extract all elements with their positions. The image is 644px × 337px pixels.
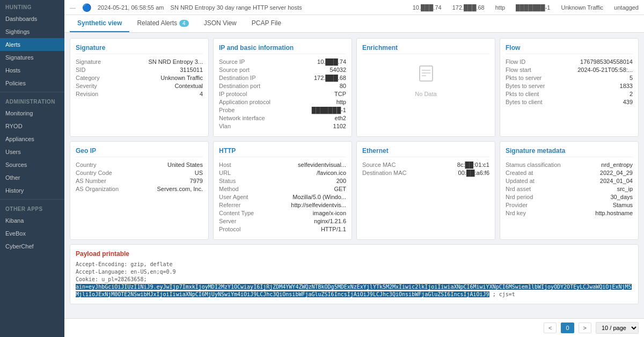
tab-synthetic-label: Synthetic view xyxy=(77,19,122,27)
sidebar-item-policies[interactable]: Policies xyxy=(0,77,64,90)
sidebar-item-appliances[interactable]: Appliances xyxy=(0,133,64,145)
eth-value-src-mac: 8c:██:01:c1 xyxy=(457,162,489,168)
flow-value-pkts-cli: 2 xyxy=(630,91,633,97)
pagination-prev-button[interactable]: < xyxy=(544,323,557,333)
eth-label-src-mac: Source MAC xyxy=(362,162,396,168)
topbar-time: 2024-05-21, 06:58:55 am xyxy=(98,4,164,11)
ip-value-dst-port: 80 xyxy=(340,83,346,89)
flow-value-id: 1767985304558014 xyxy=(580,58,633,65)
tab-pcap[interactable]: PCAP File xyxy=(244,15,289,32)
enrichment-no-data-box: No Data xyxy=(362,58,489,101)
ip-label-dst-ip: Destination IP xyxy=(219,75,255,81)
pagination-next-button[interactable]: > xyxy=(579,323,591,333)
geo-row-country: Country United States xyxy=(76,162,203,168)
sidebar-item-users[interactable]: Users xyxy=(0,145,64,158)
flow-card: Flow Flow ID 1767985304558014 Flow start… xyxy=(500,38,639,137)
flow-card-title: Flow xyxy=(506,44,633,54)
sidebar-item-sightings[interactable]: Sightings xyxy=(0,25,64,38)
http-value-content-type: image/x-icon xyxy=(313,210,346,216)
http-row-host: Host selfevidentvisual... xyxy=(219,162,346,168)
sidebar-item-alerts[interactable]: Alerts xyxy=(0,38,64,51)
signatures-label: Signatures xyxy=(5,54,34,61)
ip-row-probe: Probe ███████-1 xyxy=(219,107,346,113)
ip-value-src-ip: 10.███.74 xyxy=(317,58,346,65)
sidebar-item-dashboards[interactable]: Dashboards xyxy=(0,12,64,25)
sig-label-severity: Severity xyxy=(76,83,97,89)
http-value-host: selfevidentvisual... xyxy=(298,162,346,168)
sig-row-category: Category Unknown Traffic xyxy=(76,75,203,81)
sidebar-item-signatures[interactable]: Signatures xyxy=(0,51,64,64)
enrichment-card-title: Enrichment xyxy=(362,44,489,54)
sidebar-item-hosts[interactable]: Hosts xyxy=(0,64,64,77)
sm-label-created: Created at xyxy=(506,170,533,176)
tab-json-label: JSON View xyxy=(204,19,237,27)
sidebar-item-sources[interactable]: Sources xyxy=(0,158,64,171)
ip-row-net-iface: Network interface eth2 xyxy=(219,115,346,121)
sm-row-created: Created at 2022_04_29 xyxy=(506,170,633,176)
sig-value-sid: 3115011 xyxy=(180,67,203,73)
payload-highlighted-text[interactable]: ain=eyJhbGciOiJIUzI1NiJ9.eyJwIjp7ImxkIjo… xyxy=(76,284,632,297)
geo-row-cc: Country Code US xyxy=(76,170,203,176)
eth-value-dst-mac: 00:██:a6:f6 xyxy=(458,170,489,176)
sidebar-item-monitoring[interactable]: Monitoring xyxy=(0,107,64,120)
http-label-protocol: Protocol xyxy=(219,226,240,232)
sm-row-classification: Stamus classification nrd_entropy xyxy=(506,162,633,168)
geo-ip-card-title: Geo IP xyxy=(76,147,203,157)
eth-row-dst-mac: Destination MAC 00:██:a6:f6 xyxy=(362,170,489,176)
flow-label-bytes-srv: Bytes to server xyxy=(506,83,545,89)
ip-label-net-iface: Network interface xyxy=(219,115,265,121)
geo-value-asn: 7979 xyxy=(190,178,203,184)
http-row-protocol: Protocol HTTP/1.1 xyxy=(219,226,346,232)
sidebar-item-evebox[interactable]: EveBox xyxy=(0,227,64,240)
hosts-label: Hosts xyxy=(5,67,20,74)
sidebar-item-other[interactable]: Other xyxy=(0,171,64,184)
enrichment-card: Enrichment No Data xyxy=(356,38,495,137)
sidebar-item-ryod[interactable]: RYOD xyxy=(0,120,64,133)
ethernet-card-title: Ethernet xyxy=(362,147,489,157)
payload-pre-text: Accept-Encoding: gzip, deflateAccept-Lan… xyxy=(76,261,176,282)
http-row-ua: User Agent Mozilla/5.0 (Windo... xyxy=(219,194,346,200)
cyberchef-label: CyberChef xyxy=(5,243,34,250)
geo-label-asn: AS Number xyxy=(76,178,106,184)
tab-synthetic[interactable]: Synthetic view xyxy=(70,15,129,32)
sig-value-severity: Contextual xyxy=(174,83,203,89)
flow-value-bytes-srv: 1833 xyxy=(620,83,633,89)
http-row-method: Method GET xyxy=(219,186,346,192)
flow-row-bytes-srv: Bytes to server 1833 xyxy=(506,83,633,89)
http-row-status: Status 200 xyxy=(219,178,346,184)
sm-row-provider: Provider Stamus xyxy=(506,202,633,208)
ip-label-dst-port: Destination port xyxy=(219,83,260,89)
main-content: — 🔵 2024-05-21, 06:58:55 am SN NRD Entro… xyxy=(64,0,644,337)
sm-value-nrd-key: http.hostname xyxy=(595,210,633,216)
http-value-method: GET xyxy=(334,186,346,192)
http-label-host: Host xyxy=(219,162,231,168)
ip-value-ip-proto: TCP xyxy=(334,91,346,97)
sidebar-item-kibana[interactable]: Kibana xyxy=(0,214,64,227)
sidebar-item-cyberchef[interactable]: CyberChef xyxy=(0,240,64,253)
sidebar-item-history[interactable]: History xyxy=(0,184,64,197)
sightings-label: Sightings xyxy=(5,28,30,35)
ip-label-app-proto: Application protocol xyxy=(219,99,270,105)
http-label-server: Server xyxy=(219,218,236,224)
payload-title: Payload printable xyxy=(76,250,633,258)
geo-label-cc: Country Code xyxy=(76,170,112,176)
ethernet-card: Ethernet Source MAC 8c:██:01:c1 Destinat… xyxy=(356,141,495,240)
pagination-page-size-select[interactable]: 10 / page xyxy=(596,322,639,334)
tab-related-alerts[interactable]: Related Alerts 4 xyxy=(129,15,196,32)
tab-related-label: Related Alerts xyxy=(137,19,177,27)
tab-json[interactable]: JSON View xyxy=(196,15,244,32)
http-value-url: /favicon.ico xyxy=(317,170,346,176)
geo-label-country: Country xyxy=(76,162,97,168)
monitoring-label: Monitoring xyxy=(5,110,33,116)
geo-row-org: AS Organization Servers.com, Inc. xyxy=(76,186,203,192)
ip-row-ip-proto: IP protocol TCP xyxy=(219,91,346,97)
sidebar-divider-2 xyxy=(0,199,64,200)
related-alerts-badge: 4 xyxy=(179,20,189,27)
flow-row-start: Flow start 2024-05-21T05:58:... xyxy=(506,67,633,73)
ip-row-vlan: Vlan 1102 xyxy=(219,123,346,129)
flow-row-id: Flow ID 1767985304558014 xyxy=(506,58,633,65)
content-area: Signature Signature SN NRD Entropy 3... … xyxy=(64,33,644,318)
topbar: — 🔵 2024-05-21, 06:58:55 am SN NRD Entro… xyxy=(64,0,644,15)
ip-value-src-port: 54032 xyxy=(330,67,346,73)
http-value-ua: Mozilla/5.0 (Windo... xyxy=(292,194,346,200)
